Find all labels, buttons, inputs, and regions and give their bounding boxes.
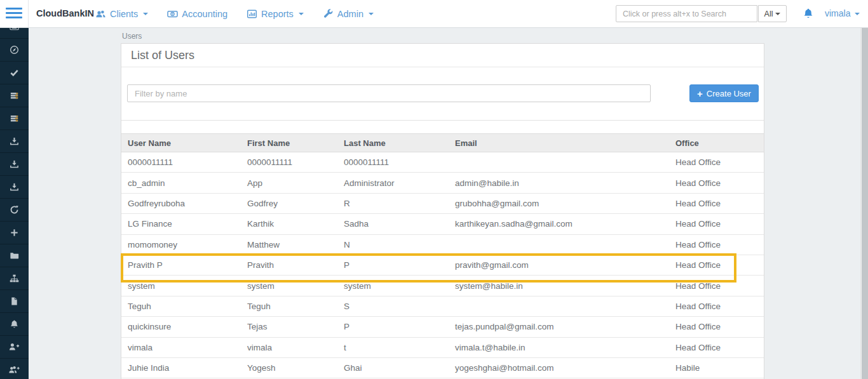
table-row[interactable]: 000001111100000111110000011111Head Offic… xyxy=(121,152,764,173)
sidebar-item-plus[interactable] xyxy=(0,222,29,244)
sidebar-item-keyboard[interactable] xyxy=(0,28,29,39)
tasks-icon xyxy=(10,114,19,123)
sidebar-icon-list xyxy=(0,28,29,379)
table-cell: N xyxy=(337,240,449,249)
top-navbar: CloudBankIN ClientsAccountingReportsAdmi… xyxy=(0,0,868,28)
download-icon xyxy=(10,136,19,146)
table-cell: Head Office xyxy=(669,240,764,249)
sidebar-item-dashboard[interactable] xyxy=(0,39,29,62)
sidebar-item-users-plus[interactable] xyxy=(0,359,29,379)
nav-item-reports[interactable]: Reports xyxy=(247,9,304,19)
sidebar-item-folder[interactable] xyxy=(0,244,29,267)
column-header: First Name xyxy=(241,138,337,148)
table-row[interactable]: Juhie IndiaYogeshGhaiyogeshghai@hotmail.… xyxy=(121,358,764,378)
sidebar-item-download[interactable] xyxy=(0,176,29,199)
table-row-highlighted[interactable]: Pravith PPravithPpravith@gmail.comHead O… xyxy=(121,255,764,276)
table-row[interactable]: TeguhTeguhSHead Office xyxy=(121,296,764,317)
scrollbar-thumb[interactable] xyxy=(862,28,868,379)
table-row[interactable]: cb_adminAppAdministratoradmin@habile.inH… xyxy=(121,173,764,193)
table-cell: Teguh xyxy=(241,302,337,311)
table-row[interactable]: systemsystemsystemsystem@habile.inHead O… xyxy=(121,276,764,296)
user-menu[interactable]: vimala xyxy=(825,0,860,27)
table-cell: tejas.pundpal@gmail.com xyxy=(449,322,669,331)
global-search-group: All xyxy=(616,5,787,22)
table-cell: P xyxy=(337,260,449,270)
wrench-icon xyxy=(323,9,334,19)
table-cell: vimala xyxy=(121,343,241,352)
tasks-icon xyxy=(10,91,19,100)
caret-down-icon xyxy=(143,13,148,15)
notifications-bell-icon[interactable] xyxy=(803,8,814,19)
sidebar-item-file[interactable] xyxy=(0,290,29,313)
sidebar-item-refresh[interactable] xyxy=(0,199,29,222)
table-cell: Head Office xyxy=(669,322,764,331)
filter-by-name-input[interactable] xyxy=(127,84,651,102)
table-cell: Head Office xyxy=(669,260,764,270)
table-cell: Yogesh xyxy=(241,363,337,373)
left-sidebar xyxy=(0,28,29,379)
users-icon xyxy=(95,9,106,19)
sidebar-item-check[interactable] xyxy=(0,62,29,84)
sidebar-item-bell[interactable] xyxy=(0,313,29,336)
breadcrumb: Users xyxy=(122,32,142,41)
table-row[interactable]: quickinsureTejasPtejas.pundpal@gmail.com… xyxy=(121,317,764,337)
sidebar-item-download[interactable] xyxy=(0,130,29,153)
table-cell: quickinsure xyxy=(121,322,241,331)
caret-down-icon xyxy=(775,13,780,15)
keyboard-icon xyxy=(10,28,19,32)
plus-icon xyxy=(10,228,19,237)
search-scope-dropdown[interactable]: All xyxy=(758,5,787,22)
table-cell: Head Office xyxy=(669,157,764,167)
table-cell: vimala.t@habile.in xyxy=(449,343,669,352)
table-row[interactable]: momomoneyMatthewNHead Office xyxy=(121,235,764,255)
app-window: CloudBankIN ClientsAccountingReportsAdmi… xyxy=(0,0,868,379)
download-icon xyxy=(10,182,19,192)
table-cell: S xyxy=(337,302,449,311)
nav-item-label: Accounting xyxy=(182,9,227,19)
sidebar-item-tasks[interactable] xyxy=(0,107,29,130)
sidebar-item-download[interactable] xyxy=(0,153,29,176)
caret-down-icon xyxy=(299,13,304,15)
table-row[interactable]: vimalavimalatvimala.t@habile.inHead Offi… xyxy=(121,338,764,358)
create-user-label: Create User xyxy=(707,89,751,98)
table-cell: Head Office xyxy=(669,343,764,352)
table-cell: cb_admin xyxy=(121,178,241,188)
table-cell: system xyxy=(241,281,337,291)
nav-item-clients[interactable]: Clients xyxy=(95,9,148,19)
table-cell: admin@habile.in xyxy=(449,178,669,188)
table-cell: vimala xyxy=(241,343,337,352)
nav-item-label: Reports xyxy=(261,9,294,19)
table-body: 000001111100000111110000011111Head Offic… xyxy=(121,152,764,378)
bell-icon xyxy=(10,319,19,329)
nav-item-accounting[interactable]: Accounting xyxy=(167,9,227,19)
users-plus-icon xyxy=(8,365,20,375)
column-header: Office xyxy=(669,138,764,148)
sidebar-item-user-plus[interactable] xyxy=(0,336,29,359)
username-label: vimala xyxy=(825,0,850,27)
nav-item-admin[interactable]: Admin xyxy=(323,9,374,19)
column-header: Email xyxy=(449,138,669,148)
table-cell: Habile xyxy=(669,363,764,373)
table-cell: Ghai xyxy=(337,363,449,373)
hamburger-menu-icon[interactable] xyxy=(6,8,22,20)
user-plus-icon xyxy=(8,342,20,352)
search-input[interactable] xyxy=(616,5,757,22)
create-user-button[interactable]: + Create User xyxy=(689,84,759,102)
table-cell: Matthew xyxy=(241,240,337,249)
column-header: Last Name xyxy=(337,138,449,148)
users-panel: List of Users + Create User User NameFir… xyxy=(121,43,764,379)
navbar-divider xyxy=(28,0,29,27)
table-cell: Pravith xyxy=(241,260,337,270)
sidebar-item-sitemap[interactable] xyxy=(0,267,29,290)
users-table: User NameFirst NameLast NameEmailOffice … xyxy=(121,133,764,378)
plus-icon: + xyxy=(697,89,703,98)
table-row[interactable]: GodfreyrubohaGodfreyRgrubohha@gmail.comH… xyxy=(121,194,764,214)
table-row[interactable]: LG FinanceKarthikSadhakarthikeyan.sadha@… xyxy=(121,214,764,234)
top-menu: ClientsAccountingReportsAdmin xyxy=(95,0,374,27)
sidebar-item-tasks[interactable] xyxy=(0,84,29,107)
table-cell: Teguh xyxy=(121,302,241,311)
table-cell: R xyxy=(337,199,449,208)
vertical-scrollbar[interactable] xyxy=(860,28,868,379)
table-cell: P xyxy=(337,322,449,331)
table-cell: momomoney xyxy=(121,240,241,249)
